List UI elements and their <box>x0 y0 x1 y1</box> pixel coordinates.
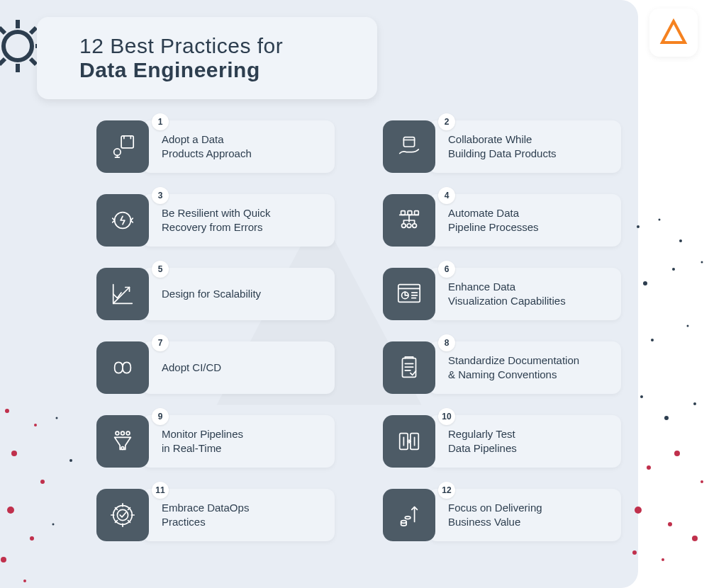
svg-point-9 <box>407 224 411 228</box>
title-line-1: 12 Best Practices for <box>79 34 349 58</box>
practice-label: Design for Scalability <box>162 287 261 301</box>
triangle-logo-icon <box>659 18 688 47</box>
svg-point-14 <box>116 431 119 435</box>
practice-item-7: 7Adopt CI/CD <box>96 341 335 394</box>
practice-text-card: 2Collaborate WhileBuilding Data Products <box>428 120 621 173</box>
svg-point-35 <box>700 480 703 483</box>
svg-rect-3 <box>403 137 414 147</box>
test-flow-icon <box>383 415 435 468</box>
svg-point-15 <box>121 431 125 435</box>
svg-point-34 <box>674 451 680 456</box>
practice-label: Automate DataPipeline Processes <box>448 206 539 235</box>
practice-label: Embrace DataOpsPractices <box>162 501 249 530</box>
svg-point-10 <box>413 224 417 228</box>
practice-item-5: 5Design for Scalability <box>96 268 335 320</box>
practice-number-badge: 10 <box>438 408 455 425</box>
svg-rect-6 <box>408 211 412 215</box>
svg-point-2 <box>114 149 121 156</box>
practices-grid: 1Adopt a DataProducts Approach2Collabora… <box>96 120 621 541</box>
svg-point-24 <box>679 239 682 242</box>
svg-rect-7 <box>415 211 419 215</box>
svg-point-29 <box>687 325 689 327</box>
practice-number-badge: 3 <box>152 187 169 204</box>
title-line-2: Data Engineering <box>79 58 349 82</box>
practice-item-4: 4Automate DataPipeline Processes <box>383 194 621 247</box>
svg-point-0 <box>4 32 32 60</box>
practice-number-badge: 9 <box>152 408 169 425</box>
svg-point-32 <box>693 402 696 405</box>
gear-check-icon <box>96 489 149 541</box>
practice-text-card: 3Be Resilient with QuickRecovery from Er… <box>142 194 335 247</box>
dashboard-icon <box>383 268 435 320</box>
svg-point-33 <box>647 465 651 470</box>
practice-label: Enhance DataVisualization Capabilities <box>448 280 566 309</box>
svg-point-16 <box>126 431 130 435</box>
svg-point-26 <box>672 268 675 271</box>
svg-rect-11 <box>398 285 420 303</box>
practice-item-6: 6Enhance DataVisualization Capabilities <box>383 268 621 320</box>
practice-item-2: 2Collaborate WhileBuilding Data Products <box>383 120 621 173</box>
practice-number-badge: 1 <box>152 113 169 130</box>
practice-label: Monitor Pipelinesin Real-Time <box>162 427 243 456</box>
practice-label: Be Resilient with QuickRecovery from Err… <box>162 206 270 235</box>
practice-text-card: 1Adopt a DataProducts Approach <box>142 120 335 173</box>
practice-text-card: 6Enhance DataVisualization Capabilities <box>428 268 621 320</box>
practice-item-11: 11Embrace DataOpsPractices <box>96 489 335 541</box>
svg-point-25 <box>643 281 647 285</box>
practice-number-badge: 5 <box>152 261 169 278</box>
svg-point-38 <box>692 536 698 541</box>
practice-label: Focus on DeliveringBusiness Value <box>448 501 542 530</box>
svg-point-30 <box>640 395 643 398</box>
practice-text-card: 9Monitor Pipelinesin Real-Time <box>142 415 335 468</box>
svg-point-17 <box>121 447 124 450</box>
brand-logo <box>649 9 698 57</box>
practice-number-badge: 12 <box>438 482 455 499</box>
svg-point-23 <box>659 219 661 221</box>
practice-item-1: 1Adopt a DataProducts Approach <box>96 120 335 173</box>
svg-point-40 <box>661 558 664 561</box>
svg-point-37 <box>668 522 672 526</box>
practice-number-badge: 6 <box>438 261 455 278</box>
svg-rect-5 <box>401 211 406 215</box>
svg-point-8 <box>402 224 406 228</box>
practice-text-card: 11Embrace DataOpsPractices <box>142 489 335 541</box>
practice-number-badge: 2 <box>438 113 455 130</box>
practice-item-3: 3Be Resilient with QuickRecovery from Er… <box>96 194 335 247</box>
practice-text-card: 7Adopt CI/CD <box>142 341 335 394</box>
practice-label: Adopt a DataProducts Approach <box>162 132 252 162</box>
infinity-icon <box>96 341 149 394</box>
practice-text-card: 5Design for Scalability <box>142 268 335 320</box>
practice-item-8: 8Standardize Documentation& Naming Conve… <box>383 341 621 394</box>
practice-label: Adopt CI/CD <box>162 361 221 375</box>
lightbulb-box-icon <box>96 120 149 173</box>
scale-chart-icon <box>96 268 149 320</box>
recovery-cycle-icon <box>96 194 149 247</box>
document-check-icon <box>383 341 435 394</box>
practice-number-badge: 8 <box>438 334 455 351</box>
practice-item-10: 10Regularly TestData Pipelines <box>383 415 621 468</box>
practice-text-card: 10Regularly TestData Pipelines <box>428 415 621 468</box>
practice-number-badge: 4 <box>438 187 455 204</box>
funnel-users-icon <box>96 415 149 468</box>
practice-label: Standardize Documentation& Naming Conven… <box>448 354 579 383</box>
practice-text-card: 12Focus on DeliveringBusiness Value <box>428 489 621 541</box>
svg-point-28 <box>651 339 654 341</box>
svg-rect-1 <box>121 136 133 148</box>
svg-point-31 <box>664 416 669 420</box>
practice-label: Regularly TestData Pipelines <box>448 427 517 456</box>
coins-growth-icon <box>383 489 435 541</box>
practice-item-9: 9Monitor Pipelinesin Real-Time <box>96 415 335 468</box>
title-card: 12 Best Practices for Data Engineering <box>37 17 377 99</box>
hand-offer-icon <box>383 120 435 173</box>
practice-text-card: 4Automate DataPipeline Processes <box>428 194 621 247</box>
practice-number-badge: 11 <box>152 482 169 499</box>
pipeline-nodes-icon <box>383 194 435 247</box>
infographic-container: 12 Best Practices for Data Engineering 1… <box>0 0 638 588</box>
practice-text-card: 8Standardize Documentation& Naming Conve… <box>428 341 621 394</box>
practice-number-badge: 7 <box>152 334 169 351</box>
svg-point-20 <box>117 509 128 520</box>
practice-item-12: 12Focus on DeliveringBusiness Value <box>383 489 621 541</box>
practice-label: Collaborate WhileBuilding Data Products <box>448 132 557 162</box>
svg-point-27 <box>701 261 703 264</box>
